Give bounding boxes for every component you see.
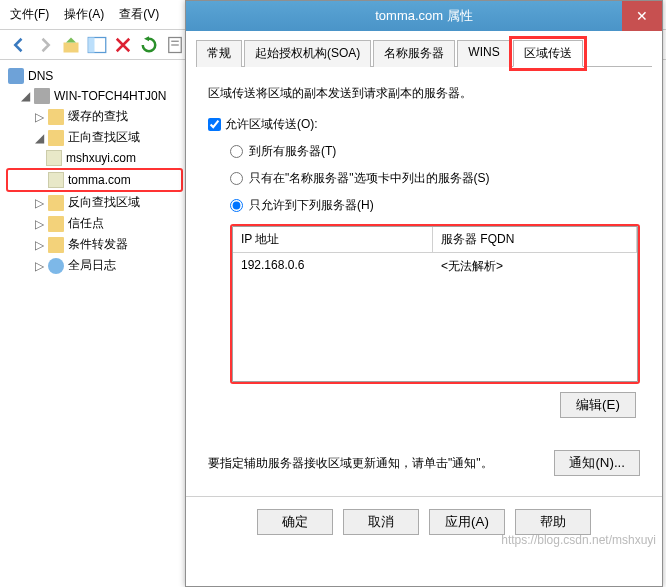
tree-label: 反向查找区域 (68, 194, 140, 211)
radio-only-following-label: 只允许到下列服务器(H) (249, 197, 374, 214)
tab-wins[interactable]: WINS (457, 40, 510, 67)
tree-zone-mshxuyi[interactable]: mshxuyi.com (6, 148, 183, 168)
show-hide-tree-button[interactable] (86, 34, 108, 56)
expander-icon: ▷ (34, 238, 44, 252)
tree-label: 条件转发器 (68, 236, 128, 253)
server-list: IP 地址 服务器 FQDN 192.168.0.6 <无法解析> (230, 224, 640, 384)
tabbar: 常规 起始授权机构(SOA) 名称服务器 WINS 区域传送 (196, 39, 652, 67)
svg-rect-2 (88, 37, 94, 52)
globe-icon (48, 258, 64, 274)
folder-icon (48, 216, 64, 232)
dns-icon (8, 68, 24, 84)
tab-zone-transfer[interactable]: 区域传送 (513, 40, 583, 67)
properties-button[interactable] (164, 34, 186, 56)
radio-all-servers[interactable] (230, 145, 243, 158)
zone-transfer-description: 区域传送将区域的副本发送到请求副本的服务器。 (208, 85, 640, 102)
notify-row: 要指定辅助服务器接收区域更新通知，请单击"通知"。 通知(N)... (208, 450, 640, 476)
allow-zone-transfer-checkbox[interactable] (208, 118, 221, 131)
tree-root-dns[interactable]: DNS (6, 66, 183, 86)
tab-content: 区域传送将区域的副本发送到请求副本的服务器。 允许区域传送(O): 到所有服务器… (186, 67, 662, 496)
radio-all-servers-label: 到所有服务器(T) (249, 143, 336, 160)
edit-button[interactable]: 编辑(E) (560, 392, 636, 418)
apply-button[interactable]: 应用(A) (429, 509, 505, 535)
tree-label: 全局日志 (68, 257, 116, 274)
delete-button[interactable] (112, 34, 134, 56)
tree-label: 信任点 (68, 215, 104, 232)
dialog-buttons: 确定 取消 应用(A) 帮助 (186, 496, 662, 547)
menu-action[interactable]: 操作(A) (64, 6, 104, 23)
tree-label: tomma.com (68, 173, 131, 187)
folder-icon (48, 130, 64, 146)
expander-icon: ▷ (34, 196, 44, 210)
radio-ns-only-label: 只有在"名称服务器"选项卡中列出的服务器(S) (249, 170, 490, 187)
tree-reverse-zones[interactable]: ▷ 反向查找区域 (6, 192, 183, 213)
menu-view[interactable]: 查看(V) (119, 6, 159, 23)
allow-zone-transfer-label: 允许区域传送(O): (225, 116, 318, 133)
tree-trust-points[interactable]: ▷ 信任点 (6, 213, 183, 234)
folder-icon (48, 109, 64, 125)
expander-icon: ▷ (34, 259, 44, 273)
tree-label: DNS (28, 69, 53, 83)
tab-general[interactable]: 常规 (196, 40, 242, 67)
tree-server[interactable]: ◢ WIN-TOFCH4HTJ0N (6, 86, 183, 106)
menu-file[interactable]: 文件(F) (10, 6, 49, 23)
tab-soa[interactable]: 起始授权机构(SOA) (244, 40, 371, 67)
col-ip-header: IP 地址 (233, 227, 433, 252)
refresh-button[interactable] (138, 34, 160, 56)
nav-back-button[interactable] (8, 34, 30, 56)
tree-cached-lookups[interactable]: ▷ 缓存的查找 (6, 106, 183, 127)
zone-transfer-radio-group: 到所有服务器(T) 只有在"名称服务器"选项卡中列出的服务器(S) 只允许到下列… (230, 143, 640, 214)
zone-icon (48, 172, 64, 188)
tree-conditional-forwarders[interactable]: ▷ 条件转发器 (6, 234, 183, 255)
svg-rect-0 (64, 42, 79, 52)
tab-name-servers[interactable]: 名称服务器 (373, 40, 455, 67)
radio-only-following[interactable] (230, 199, 243, 212)
tree-label: 缓存的查找 (68, 108, 128, 125)
list-row[interactable]: 192.168.0.6 <无法解析> (233, 253, 637, 280)
col-fqdn-header: 服务器 FQDN (433, 227, 637, 252)
expander-icon: ▷ (34, 217, 44, 231)
tree-pane: DNS ◢ WIN-TOFCH4HTJ0N ▷ 缓存的查找 ◢ 正向查找区域 m… (0, 60, 190, 587)
list-header: IP 地址 服务器 FQDN (233, 227, 637, 253)
tree-zone-tomma[interactable]: tomma.com (6, 168, 183, 192)
ok-button[interactable]: 确定 (257, 509, 333, 535)
nav-forward-button[interactable] (34, 34, 56, 56)
close-button[interactable]: ✕ (622, 1, 662, 31)
dialog-title: tomma.com 属性 (194, 7, 654, 25)
server-icon (34, 88, 50, 104)
tree-label: mshxuyi.com (66, 151, 136, 165)
zone-icon (46, 150, 62, 166)
up-button[interactable] (60, 34, 82, 56)
close-icon: ✕ (636, 8, 648, 24)
titlebar: tomma.com 属性 ✕ (186, 1, 662, 31)
notify-button[interactable]: 通知(N)... (554, 450, 640, 476)
allow-zone-transfer-row: 允许区域传送(O): (208, 116, 640, 133)
cancel-button[interactable]: 取消 (343, 509, 419, 535)
folder-icon (48, 237, 64, 253)
cell-ip: 192.168.0.6 (233, 253, 433, 280)
expander-icon: ▷ (34, 110, 44, 124)
help-button[interactable]: 帮助 (515, 509, 591, 535)
folder-icon (48, 195, 64, 211)
expander-icon: ◢ (20, 89, 30, 103)
radio-ns-only[interactable] (230, 172, 243, 185)
expander-icon: ◢ (34, 131, 44, 145)
tree-label: 正向查找区域 (68, 129, 140, 146)
tree-forward-zones[interactable]: ◢ 正向查找区域 (6, 127, 183, 148)
tree-label: WIN-TOFCH4HTJ0N (54, 89, 166, 103)
properties-dialog: tomma.com 属性 ✕ 常规 起始授权机构(SOA) 名称服务器 WINS… (185, 0, 663, 587)
cell-fqdn: <无法解析> (433, 253, 637, 280)
notify-text: 要指定辅助服务器接收区域更新通知，请单击"通知"。 (208, 455, 544, 472)
tree-global-log[interactable]: ▷ 全局日志 (6, 255, 183, 276)
